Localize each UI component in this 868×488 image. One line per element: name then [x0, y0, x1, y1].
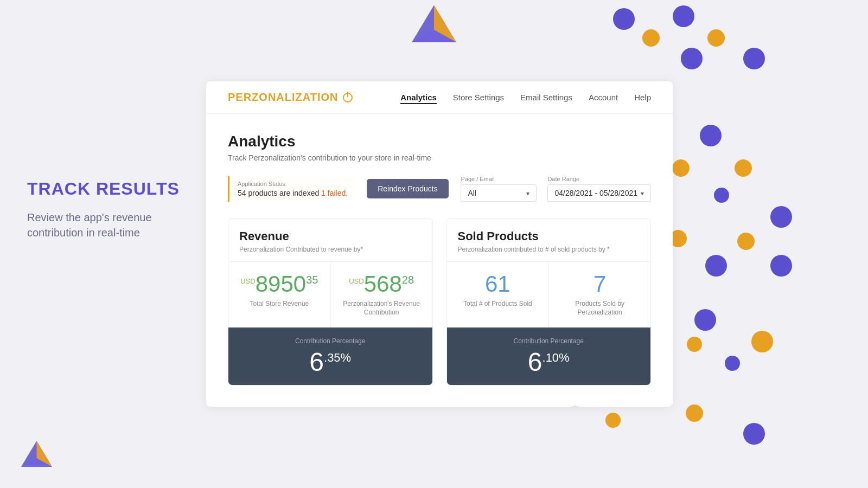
decorative-dot-7 — [672, 159, 690, 177]
revenue-contrib-main: 6 — [309, 348, 324, 376]
sold-products-subtitle: Perzonalization contributed to # of sold… — [458, 246, 640, 253]
brand-name[interactable]: PERZONALIZATION — [228, 91, 353, 104]
perz-revenue-main: 568 — [364, 271, 402, 297]
decorative-dot-20 — [605, 413, 621, 428]
sold-products-card: Sold Products Perzonalization contribute… — [446, 218, 652, 386]
revenue-subtitle: Perzonalization Contributed to revenue b… — [239, 246, 422, 253]
sold-contribution-bar: Contribution Percentage 6.10% — [447, 328, 651, 385]
sold-products-title: Sold Products — [458, 229, 640, 243]
prism-logo-bottom — [19, 439, 54, 477]
nav-item-account[interactable]: Account — [589, 93, 618, 102]
app-container: PERZONALIZATION Analytics Store Settings… — [206, 81, 673, 407]
nav-link-email-settings[interactable]: Email Settings — [520, 93, 572, 102]
perz-usd-prefix: USD — [349, 277, 363, 285]
total-sold-main: 61 — [485, 271, 510, 297]
decorative-dot-22 — [743, 423, 765, 445]
decorative-dot-18 — [725, 356, 740, 371]
revenue-contribution-number: 6.35% — [239, 349, 422, 375]
track-results-heading: TRACK RESULTS — [27, 179, 184, 199]
sold-contrib-percent: % — [559, 351, 570, 364]
page-subtitle: Track Perzonalization's contribution to … — [228, 153, 651, 162]
power-icon — [343, 93, 353, 102]
decorative-dot-2 — [642, 29, 660, 47]
perz-revenue-item: USD56828 Perzonalization's Revenue Contr… — [330, 262, 432, 328]
total-sold-label: Total # of Products Sold — [458, 300, 538, 309]
left-panel-description: Review the app's revenue contribution in… — [27, 210, 184, 240]
total-store-revenue-item: USD895035 Total Store Revenue — [228, 262, 330, 328]
prism-logo-top — [407, 3, 461, 57]
perz-revenue-decimal: 28 — [402, 274, 414, 286]
decorative-dot-6 — [700, 125, 722, 146]
decorative-dot-17 — [751, 331, 773, 352]
sold-contribution-number: 6.10% — [458, 349, 640, 375]
brand-text: PERZONALIZATION — [228, 91, 339, 104]
nav-links: Analytics Store Settings Email Settings … — [400, 93, 651, 102]
decorative-dot-8 — [735, 159, 752, 177]
revenue-values: USD895035 Total Store Revenue USD56828 P… — [228, 261, 432, 328]
nav-link-store-settings[interactable]: Store Settings — [453, 93, 504, 102]
chevron-down-icon — [526, 189, 529, 197]
revenue-decimal: 35 — [306, 274, 318, 286]
filter-date-range-value: 04/28/2021 - 05/28/2021 — [554, 189, 637, 197]
decorative-dot-9 — [714, 188, 729, 203]
filter-page-email-select[interactable]: All — [461, 184, 537, 202]
revenue-main: 8950 — [256, 271, 306, 297]
revenue-contribution-bar: Contribution Percentage 6.35% — [228, 328, 432, 385]
failed-link[interactable]: 1 failed. — [321, 189, 348, 197]
filter-date-range-label: Date Range — [547, 176, 651, 182]
perz-sold-label: Products Sold by Perzonalization — [560, 300, 640, 317]
revenue-usd-prefix: USD — [240, 277, 255, 285]
products-indexed: 54 products are indexed — [238, 189, 319, 197]
sold-contribution-label: Contribution Percentage — [458, 337, 640, 345]
nav-bar: PERZONALIZATION Analytics Store Settings… — [206, 81, 673, 114]
decorative-dot-15 — [694, 309, 716, 331]
total-store-revenue-number: USD895035 — [239, 273, 320, 296]
revenue-contrib-percent: % — [341, 351, 352, 364]
perz-sold-number: 7 — [560, 273, 640, 296]
nav-item-store-settings[interactable]: Store Settings — [453, 93, 504, 102]
nav-link-account[interactable]: Account — [589, 93, 618, 102]
filter-page-email-label: Page / Email — [461, 176, 537, 182]
total-sold-item: 61 Total # of Products Sold — [447, 262, 549, 328]
total-store-revenue-label: Total Store Revenue — [239, 300, 320, 309]
decorative-dot-5 — [743, 48, 765, 69]
decorative-dot-1 — [673, 5, 694, 27]
reindex-button[interactable]: Reindex Products — [367, 179, 449, 198]
perz-sold-main: 7 — [593, 271, 606, 297]
nav-link-analytics[interactable]: Analytics — [400, 93, 437, 104]
revenue-card: Revenue Perzonalization Contributed to r… — [228, 218, 433, 386]
sold-contrib-decimal: .10 — [542, 351, 559, 364]
decorative-dot-14 — [770, 255, 792, 277]
perz-sold-item: 7 Products Sold by Perzonalization — [548, 262, 650, 328]
decorative-dot-10 — [770, 206, 792, 228]
sold-products-card-header: Sold Products Perzonalization contribute… — [447, 219, 651, 253]
decorative-dot-13 — [705, 255, 727, 277]
revenue-contrib-decimal: .35 — [324, 351, 341, 364]
sold-products-values: 61 Total # of Products Sold 7 Products S… — [447, 261, 651, 328]
total-sold-number: 61 — [458, 273, 538, 296]
revenue-contribution-label: Contribution Percentage — [239, 337, 422, 345]
decorative-dot-21 — [686, 404, 703, 422]
revenue-card-header: Revenue Perzonalization Contributed to r… — [228, 219, 432, 253]
nav-item-analytics[interactable]: Analytics — [400, 93, 437, 102]
main-content: Analytics Track Perzonalization's contri… — [206, 114, 673, 404]
date-chevron-icon — [641, 189, 644, 197]
decorative-dot-16 — [687, 337, 702, 352]
filter-date-range-select[interactable]: 04/28/2021 - 05/28/2021 — [547, 184, 651, 202]
decorative-dot-12 — [737, 233, 755, 250]
filter-group: Page / Email All Date Range 04/28/2021 -… — [461, 176, 651, 202]
decorative-dot-0 — [613, 8, 635, 30]
filter-page-email-value: All — [468, 189, 476, 197]
left-panel: TRACK RESULTS Review the app's revenue c… — [27, 179, 184, 240]
filter-date-range: Date Range 04/28/2021 - 05/28/2021 — [547, 176, 651, 202]
status-bar: Application Status: 54 products are inde… — [228, 176, 651, 202]
decorative-dot-4 — [681, 48, 703, 69]
nav-item-email-settings[interactable]: Email Settings — [520, 93, 572, 102]
nav-item-help[interactable]: Help — [634, 93, 651, 102]
page-title: Analytics — [228, 133, 651, 150]
revenue-title: Revenue — [239, 229, 422, 243]
nav-link-help[interactable]: Help — [634, 93, 651, 102]
status-box: Application Status: 54 products are inde… — [228, 176, 356, 202]
perz-revenue-number: USD56828 — [342, 273, 422, 296]
filter-page-email: Page / Email All — [461, 176, 537, 202]
